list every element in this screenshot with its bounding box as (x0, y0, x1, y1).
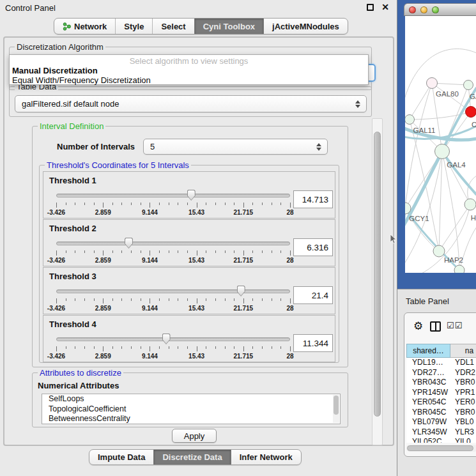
zoom-light-icon[interactable] (432, 6, 439, 13)
float-window-icon[interactable] (367, 4, 374, 11)
gear-icon[interactable]: ⚙ (413, 319, 423, 333)
slider-tick (75, 203, 75, 205)
network-node-c[interactable] (466, 107, 476, 118)
cell-name: YBR0 (450, 378, 476, 388)
slider-tick (141, 346, 141, 349)
threshold-slider[interactable]: -3.4262.8599.14415.4321.71528 (56, 332, 290, 360)
table-row[interactable]: YER054CYER0 (406, 397, 476, 408)
node-label: GCY1 (409, 215, 429, 222)
slider-tick (103, 298, 104, 303)
threshold-slider[interactable]: -3.4262.8599.14415.4321.71528 (56, 284, 290, 312)
threshold-value-field[interactable] (293, 190, 333, 208)
slider-tick-label: 28 (286, 353, 293, 360)
table-row[interactable]: YDR27…YDR2 (406, 368, 476, 378)
select-columns-checkbox-icons[interactable]: ☑☑ (447, 321, 463, 330)
network-node-h[interactable] (464, 199, 476, 210)
control-panel-window: Control Panel ✕ NetworkStyleSelectCyni T… (0, 0, 397, 476)
network-node-gal11[interactable] (405, 115, 415, 125)
table-row[interactable]: YPR145WYPR1 (406, 388, 476, 398)
slider-thumb[interactable] (125, 238, 133, 249)
network-icon (63, 22, 71, 31)
slider-tick (215, 203, 216, 205)
slider-tick (112, 346, 113, 349)
slider-track[interactable] (56, 337, 290, 341)
threshold-value-field[interactable] (293, 238, 333, 256)
table-data-group: Table Data galFiltered.sif default node (9, 86, 372, 117)
table-row[interactable]: YBR043CYBR0 (406, 378, 476, 388)
attribute-list-item[interactable]: TopologicalCoefficient (42, 404, 340, 415)
attribute-list-item[interactable]: BetweennessCentrality (42, 414, 340, 424)
split-columns-icon[interactable] (430, 321, 441, 332)
slider-tick (187, 298, 188, 301)
dropdown-option-manual-discretization[interactable]: Manual Discretization (12, 66, 98, 75)
threshold-slider[interactable]: -3.4262.8599.14415.4321.71528 (56, 236, 290, 265)
slider-tick (215, 346, 216, 349)
threshold-value-field[interactable] (293, 334, 333, 352)
network-canvas[interactable]: GAL80GACGAL11GAL4GCY1HHAP2 (405, 16, 476, 273)
slider-tick (243, 298, 244, 303)
cell-shared-name: YPR145W (406, 388, 450, 398)
slider-tick (272, 250, 272, 253)
table-data-combobox[interactable]: galFiltered.sif default node (15, 95, 367, 112)
tab-infer-network[interactable]: Infer Network (231, 450, 301, 464)
slider-tick (290, 346, 291, 351)
attribute-list-item[interactable]: SelfLoops (42, 394, 340, 404)
network-node-gal80[interactable] (427, 78, 438, 89)
list-scrollbar[interactable] (333, 395, 339, 423)
network-node-ga[interactable] (464, 81, 473, 90)
number-of-intervals-combobox[interactable]: 5 (143, 139, 328, 155)
close-light-icon[interactable] (409, 6, 416, 13)
tab-network[interactable]: Network (54, 19, 115, 34)
slider-thumb[interactable] (237, 286, 245, 296)
column-header-shared-name[interactable]: shared… (406, 344, 450, 358)
slider-tick (103, 250, 104, 256)
tab-impute-data[interactable]: Impute Data (89, 450, 153, 464)
cell-shared-name: YBR043C (406, 378, 450, 388)
table-horizontal-scrollbar[interactable] (406, 445, 476, 452)
threshold-slider[interactable]: -3.4262.8599.14415.4321.71528 (56, 188, 290, 217)
slider-tick-label: 21.715 (234, 305, 254, 312)
cell-name: YIL0 (450, 437, 476, 443)
network-window-titlebar[interactable] (404, 3, 476, 16)
cell-shared-name: YIL052C (406, 437, 450, 443)
close-panel-icon[interactable]: ✕ (381, 2, 389, 12)
tab-discretize-data[interactable]: Discretize Data (153, 450, 230, 464)
network-node[interactable] (454, 265, 464, 273)
slider-thumb[interactable] (162, 334, 171, 344)
slider-track[interactable] (56, 289, 290, 293)
slider-track[interactable] (56, 194, 290, 197)
threshold-value-field[interactable] (293, 286, 333, 304)
slider-thumb[interactable] (187, 190, 196, 201)
slider-tick (280, 250, 281, 253)
table-row[interactable]: YIL052CYIL0 (406, 437, 476, 443)
main-vertical-scrollbar[interactable] (372, 118, 383, 445)
scrollbar-thumb[interactable] (334, 395, 339, 415)
tab-select[interactable]: Select (152, 19, 194, 34)
table-row[interactable]: YLR345WYLR3 (406, 427, 476, 438)
column-header-name[interactable]: na (450, 344, 476, 358)
tab-label: Infer Network (240, 452, 293, 462)
table-browser-card: ⚙ ☑☑ shared… na YDL19…YDL1YDR27…YDR2YBR0… (404, 312, 476, 457)
tab-cyni-toolbox[interactable]: Cyni Toolbox (194, 19, 263, 34)
scrollbar-thumb[interactable] (374, 132, 381, 417)
network-node-gal4[interactable] (435, 144, 450, 159)
numerical-attributes-list[interactable]: SelfLoopsTopologicalCoefficientBetweenne… (42, 394, 341, 424)
tab-label: Style (124, 22, 144, 31)
dropdown-option-equal-width-frequency[interactable]: Equal Width/Frequency Discretization (12, 75, 151, 85)
tab-jactivemnodules[interactable]: jActiveMNodules (263, 19, 348, 34)
network-node-hap2[interactable] (433, 245, 445, 257)
table-row[interactable]: YDL19…YDL1 (406, 358, 476, 368)
slider-tick (131, 203, 132, 205)
combo-stepper-icon (355, 100, 360, 108)
minimize-light-icon[interactable] (420, 6, 427, 13)
threshold-coordinates-group: Threshold's Coordinates for 5 Intervals … (39, 165, 339, 363)
table-rows: YDL19…YDL1YDR27…YDR2YBR043CYBR0YPR145WYP… (406, 358, 476, 443)
table-row[interactable]: YBR045CYBR0 (406, 408, 476, 418)
apply-button[interactable]: Apply (172, 429, 217, 443)
slider-track[interactable] (56, 242, 290, 245)
table-toolbar: ⚙ ☑☑ (404, 313, 476, 341)
scrollbar-thumb[interactable] (407, 445, 473, 451)
table-row[interactable]: YBL079WYBL0 (406, 417, 476, 427)
node-label: C (472, 121, 476, 128)
tab-style[interactable]: Style (115, 19, 152, 34)
